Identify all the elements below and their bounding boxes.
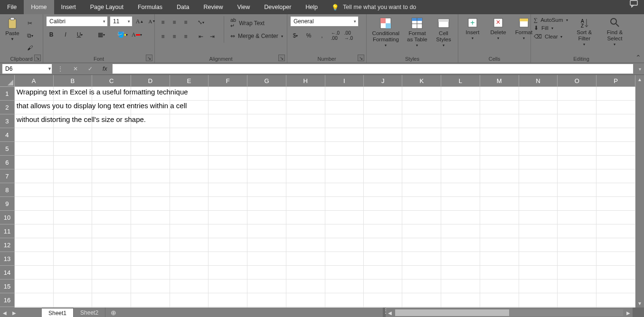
cell-I5[interactable] (325, 142, 363, 156)
vertical-scrollbar[interactable]: ▲ ▼ (635, 75, 644, 308)
cell-E12[interactable] (170, 238, 208, 252)
tab-data[interactable]: Data (170, 0, 196, 14)
cell-O1[interactable] (558, 87, 597, 101)
cell-B13[interactable] (53, 252, 92, 266)
cell-I16[interactable] (325, 293, 363, 307)
cell-H1[interactable] (286, 87, 325, 101)
row-header-5[interactable]: 5 (0, 142, 14, 156)
comments-icon[interactable] (630, 0, 637, 7)
col-header-O[interactable]: O (558, 75, 597, 87)
cell-D17[interactable] (131, 307, 170, 308)
cell-B5[interactable] (53, 142, 92, 156)
cell-K4[interactable] (402, 128, 441, 142)
row-header-16[interactable]: 16 (0, 293, 14, 307)
cell-G12[interactable] (247, 238, 286, 252)
italic-button[interactable]: I (60, 29, 71, 40)
cell-F2[interactable] (208, 101, 247, 114)
cell-A9[interactable] (14, 197, 53, 211)
cell-I17[interactable] (325, 307, 363, 308)
cell-N2[interactable] (519, 101, 558, 114)
tab-scroll-left[interactable]: ◀ (0, 308, 9, 317)
cell-G1[interactable] (247, 87, 286, 101)
cell-D13[interactable] (131, 252, 170, 266)
cell-P9[interactable] (597, 197, 635, 211)
cell-F10[interactable] (208, 211, 247, 224)
cell-A13[interactable] (14, 252, 53, 266)
cell-P4[interactable] (597, 128, 635, 142)
collapse-ribbon-button[interactable]: ⌃ (635, 54, 641, 61)
cell-B7[interactable] (53, 169, 92, 183)
cell-H4[interactable] (286, 128, 325, 142)
align-left-button[interactable]: ≡ (158, 31, 168, 42)
row-header-11[interactable]: 11 (0, 224, 14, 238)
cell-N5[interactable] (519, 142, 558, 156)
cell-F12[interactable] (208, 238, 247, 252)
cell-N9[interactable] (519, 197, 558, 211)
cell-J5[interactable] (364, 142, 402, 156)
cell-D7[interactable] (131, 169, 170, 183)
format-painter-button[interactable]: 🖌 (25, 43, 35, 53)
cell-H10[interactable] (286, 211, 325, 224)
tab-file[interactable]: File (0, 0, 24, 14)
cell-K2[interactable] (402, 101, 441, 114)
row-header-13[interactable]: 13 (0, 252, 14, 266)
cell-P15[interactable] (597, 280, 635, 293)
cell-O10[interactable] (558, 211, 597, 224)
cell-C11[interactable] (92, 224, 131, 238)
cell-F1[interactable] (208, 87, 247, 101)
accounting-format-button[interactable]: $▾ (290, 30, 301, 41)
cell-O11[interactable] (558, 224, 597, 238)
cell-K14[interactable] (402, 266, 441, 280)
horizontal-scrollbar[interactable]: ◀ ▶ (386, 308, 633, 317)
cell-P5[interactable] (597, 142, 635, 156)
cell-P3[interactable] (597, 114, 635, 128)
border-button[interactable]: ▦▾ (96, 29, 106, 40)
cell-C8[interactable] (92, 183, 131, 197)
cell-L11[interactable] (441, 224, 480, 238)
font-dialog-launcher[interactable]: ↘ (146, 55, 152, 61)
row-header-14[interactable]: 14 (0, 266, 14, 280)
cell-K10[interactable] (402, 211, 441, 224)
cell-G13[interactable] (247, 252, 286, 266)
sheet-tab-2[interactable]: Sheet2 (74, 308, 105, 317)
cell-N16[interactable] (519, 293, 558, 307)
cell-K17[interactable] (402, 307, 441, 308)
col-header-B[interactable]: B (53, 75, 92, 87)
cell-A17[interactable] (14, 307, 53, 308)
cell-D5[interactable] (131, 142, 170, 156)
cell-J16[interactable] (364, 293, 402, 307)
cell-H15[interactable] (286, 280, 325, 293)
col-header-A[interactable]: A (14, 75, 53, 87)
row-header-3[interactable]: 3 (0, 114, 14, 128)
cell-I9[interactable] (325, 197, 363, 211)
cell-I6[interactable] (325, 156, 363, 169)
cell-O16[interactable] (558, 293, 597, 307)
cell-A1[interactable]: Wrapping text in Excel is a useful forma… (14, 87, 53, 101)
cell-B6[interactable] (53, 156, 92, 169)
cell-J10[interactable] (364, 211, 402, 224)
cell-A2[interactable]: that allows you to display long text ent… (14, 101, 53, 114)
col-header-J[interactable]: J (364, 75, 402, 87)
cell-L3[interactable] (441, 114, 480, 128)
expand-formula-bar-button[interactable]: ▾ (635, 66, 644, 72)
cell-F9[interactable] (208, 197, 247, 211)
increase-indent-button[interactable]: ⇥ (207, 31, 218, 42)
number-format-combo[interactable]: General (290, 16, 359, 27)
decrease-decimal-button[interactable]: .00→.0 (343, 30, 354, 41)
cell-M12[interactable] (480, 238, 519, 252)
cell-L5[interactable] (441, 142, 480, 156)
spreadsheet-grid[interactable]: ABCDEFGHIJKLMNOP1Wrapping text in Excel … (0, 75, 635, 308)
cell-M1[interactable] (480, 87, 519, 101)
cell-H17[interactable] (286, 307, 325, 308)
cell-J13[interactable] (364, 252, 402, 266)
cell-M3[interactable] (480, 114, 519, 128)
cell-E14[interactable] (170, 266, 208, 280)
cell-A7[interactable] (14, 169, 53, 183)
cell-D8[interactable] (131, 183, 170, 197)
cell-M14[interactable] (480, 266, 519, 280)
cell-G10[interactable] (247, 211, 286, 224)
cell-A15[interactable] (14, 280, 53, 293)
cell-P8[interactable] (597, 183, 635, 197)
cell-M15[interactable] (480, 280, 519, 293)
cell-H13[interactable] (286, 252, 325, 266)
